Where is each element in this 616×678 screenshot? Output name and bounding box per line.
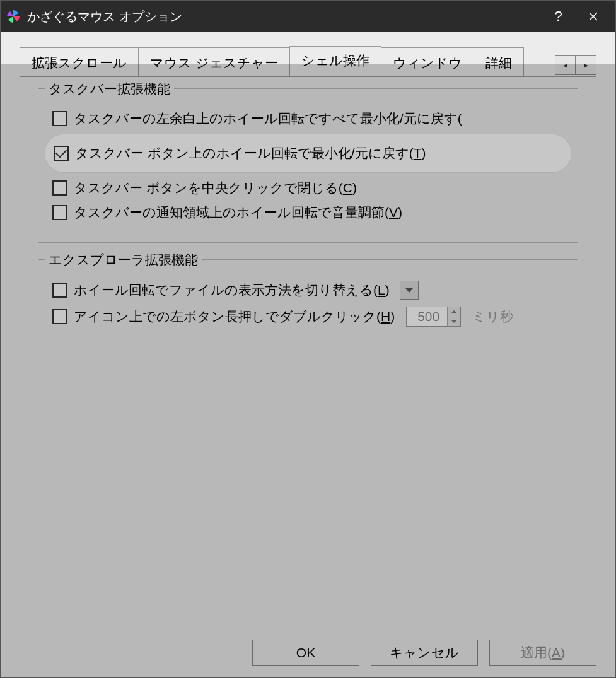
app-pinwheel-icon [6, 9, 21, 24]
tab-extended-scroll[interactable]: 拡張スクロール [20, 47, 139, 77]
tab-shell[interactable]: シェル操作 [289, 46, 381, 76]
tab-mouse-gesture[interactable]: マウス ジェスチャー [138, 47, 290, 77]
tab-detail[interactable]: 詳細 [474, 47, 524, 77]
opt-longpress-dblclick[interactable]: アイコン上での左ボタン長押しでダブルクリック(H) 500 ミリ秒 [52, 307, 564, 327]
opt-tray-wheel-volume[interactable]: タスクバーの通知領域上のホイール回転で音量調節(V) [52, 204, 564, 221]
delay-value[interactable]: 500 [407, 307, 447, 326]
group-taskbar-legend: タスクバー拡張機能 [45, 80, 174, 98]
opt-taskbar-button-wheel[interactable]: タスクバー ボタン上のホイール回転で最小化/元に戻す(T) [45, 134, 571, 172]
tab-window[interactable]: ウィンドウ [381, 47, 474, 77]
group-explorer-ext: エクスプローラ拡張機能 ホイール回転でファイルの表示方法を切り替える(L) アイ… [38, 259, 578, 348]
group-explorer-legend: エクスプローラ拡張機能 [45, 251, 202, 269]
checkbox-icon[interactable] [52, 111, 67, 126]
opt-label: タスクバー ボタン上のホイール回転で最小化/元に戻す(T) [75, 144, 426, 162]
checkbox-icon[interactable] [52, 309, 67, 324]
spinner-down-icon[interactable] [448, 317, 460, 326]
window-title: かざぐるマウス オプション [27, 8, 541, 25]
spinner-arrows [447, 307, 460, 326]
tab-scroll-left-icon[interactable]: ◂ [555, 56, 576, 74]
opt-label: アイコン上での左ボタン長押しでダブルクリック(H) [74, 308, 395, 325]
opt-taskbar-middleclick-close[interactable]: タスクバー ボタンを中央クリックで閉じる(C) [52, 179, 564, 197]
delay-spinner[interactable]: 500 [406, 307, 461, 327]
opt-label: ホイール回転でファイルの表示方法を切り替える(L) [74, 281, 390, 299]
opt-wheel-viewmode[interactable]: ホイール回転でファイルの表示方法を切り替える(L) [52, 281, 564, 300]
checkbox-icon[interactable] [52, 283, 67, 298]
opt-taskbar-leftmargin-wheel[interactable]: タスクバーの左余白上のホイール回転ですべて最小化/元に戻す( [52, 110, 564, 127]
spinner-up-icon[interactable] [448, 307, 460, 317]
checkbox-icon[interactable] [54, 146, 69, 161]
delay-unit: ミリ秒 [472, 308, 513, 325]
checkbox-icon[interactable] [52, 180, 67, 196]
checkbox-icon[interactable] [52, 205, 67, 220]
client-area: 拡張スクロール マウス ジェスチャー シェル操作 ウィンドウ 詳細 ◂ ▸ タス… [1, 32, 615, 677]
dialog-buttons: OK キャンセル 適用(A) [20, 640, 596, 666]
tab-scroll-buttons: ◂ ▸ [555, 55, 596, 75]
close-button[interactable] [576, 1, 610, 32]
opt-label: タスクバー ボタンを中央クリックで閉じる(C) [74, 179, 357, 197]
cancel-button[interactable]: キャンセル [371, 640, 478, 666]
dropdown-button-icon[interactable] [400, 281, 419, 300]
opt-label: タスクバーの左余白上のホイール回転ですべて最小化/元に戻す( [74, 110, 462, 127]
dialog-window: かざぐるマウス オプション ? 拡張スクロール マウス ジェスチャー シェル操作… [0, 0, 616, 678]
tab-row: 拡張スクロール マウス ジェスチャー シェル操作 ウィンドウ 詳細 ◂ ▸ [20, 46, 596, 76]
ok-button[interactable]: OK [252, 640, 359, 666]
help-button[interactable]: ? [541, 1, 576, 32]
opt-label: タスクバーの通知領域上のホイール回転で音量調節(V) [74, 204, 402, 221]
titlebar: かざぐるマウス オプション ? [1, 1, 615, 32]
apply-button[interactable]: 適用(A) [489, 640, 596, 666]
tab-panel-shell: タスクバー拡張機能 タスクバーの左余白上のホイール回転ですべて最小化/元に戻す(… [20, 76, 596, 633]
tab-scroll-right-icon[interactable]: ▸ [576, 56, 596, 74]
group-taskbar-ext: タスクバー拡張機能 タスクバーの左余白上のホイール回転ですべて最小化/元に戻す(… [38, 88, 578, 243]
